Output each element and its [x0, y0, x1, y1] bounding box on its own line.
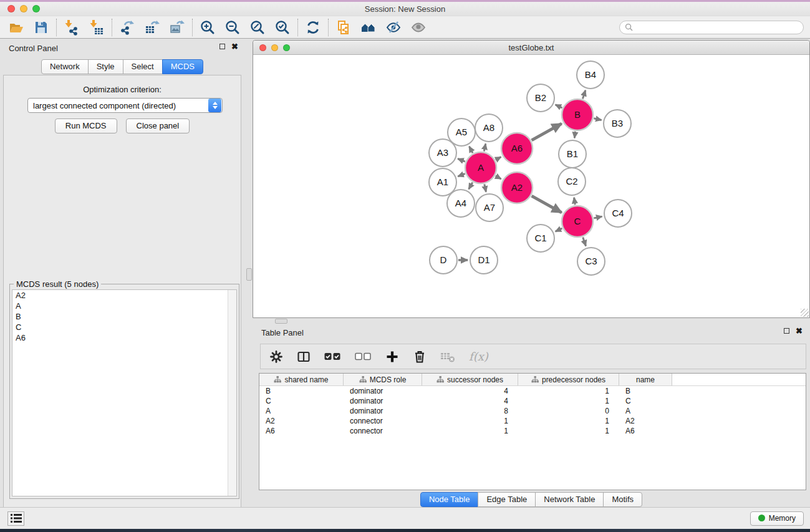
add-column-button[interactable]: [385, 350, 399, 364]
export-network-button[interactable]: [117, 18, 137, 37]
column-header-name[interactable]: name: [619, 374, 672, 385]
table-cell[interactable]: 1: [518, 397, 619, 405]
edge-A-A7[interactable]: [485, 184, 486, 191]
table-cell[interactable]: A: [619, 407, 672, 415]
search-field[interactable]: [619, 21, 804, 34]
criterion-dropdown[interactable]: largest connected component (directed): [27, 98, 223, 113]
table-row[interactable]: Bdominator41B: [259, 386, 806, 396]
table-cell[interactable]: B: [619, 387, 672, 395]
bottom-tab-network-table[interactable]: Network Table: [535, 492, 604, 507]
table-cell[interactable]: 0: [518, 407, 619, 415]
edge-A-A4[interactable]: [469, 183, 473, 190]
table-cell[interactable]: C: [259, 397, 344, 405]
close-panel-icon[interactable]: ✖: [796, 328, 803, 334]
task-history-button[interactable]: [7, 511, 24, 526]
edge-B-B1[interactable]: [574, 132, 575, 138]
edge-B-B3[interactable]: [594, 118, 601, 120]
table-cell[interactable]: connector: [344, 417, 422, 425]
mcds-result-item[interactable]: A6: [12, 332, 236, 343]
import-network-button[interactable]: [62, 18, 82, 37]
table-cell[interactable]: 1: [422, 427, 518, 435]
edge-A6-B[interactable]: [532, 123, 562, 140]
column-header-predecessor-nodes[interactable]: predecessor nodes: [518, 374, 619, 385]
cp-tab-select[interactable]: Select: [123, 59, 163, 74]
apply-layout-button[interactable]: [303, 18, 323, 37]
table-cell[interactable]: A2: [259, 417, 344, 425]
table-cell[interactable]: 1: [518, 427, 619, 435]
zoom-selected-button[interactable]: [272, 18, 292, 37]
edge-A-A5[interactable]: [469, 147, 473, 153]
mcds-result-item[interactable]: A2: [12, 290, 236, 301]
zoom-out-button[interactable]: [223, 18, 243, 37]
table-cell[interactable]: A6: [619, 427, 672, 435]
table-cell[interactable]: A6: [259, 427, 344, 435]
cp-tab-network[interactable]: Network: [41, 59, 89, 74]
horizontal-splitter-handle[interactable]: [275, 319, 287, 324]
edge-A-A6[interactable]: [496, 157, 501, 160]
edge-A-A2[interactable]: [496, 176, 501, 179]
edge-B-B2[interactable]: [556, 105, 562, 108]
table-cell[interactable]: 1: [518, 387, 619, 395]
vertical-splitter-handle[interactable]: [246, 268, 252, 281]
open-file-button[interactable]: [6, 18, 26, 37]
function-builder-button[interactable]: f(x): [469, 350, 488, 363]
hide-selected-button[interactable]: [383, 18, 403, 37]
mcds-result-list[interactable]: A2ABCA6: [12, 289, 237, 496]
edge-C-C1[interactable]: [556, 228, 562, 231]
bottom-tab-motifs[interactable]: Motifs: [603, 492, 642, 507]
float-panel-icon[interactable]: [219, 44, 225, 49]
table-cell[interactable]: A2: [619, 417, 672, 425]
table-cell[interactable]: 4: [422, 387, 518, 395]
edge-A-A3[interactable]: [458, 159, 465, 162]
window-resize-grip[interactable]: [801, 309, 809, 317]
search-input[interactable]: [636, 23, 798, 32]
table-settings-button[interactable]: [269, 350, 283, 364]
new-network-from-selection-button[interactable]: [334, 18, 354, 37]
edge-C-C2[interactable]: [574, 198, 576, 205]
mcds-result-item[interactable]: C: [12, 322, 236, 332]
select-all-columns-button[interactable]: [324, 352, 341, 360]
table-cell[interactable]: dominator: [344, 387, 422, 395]
edge-A-A1[interactable]: [458, 174, 465, 177]
export-table-button[interactable]: [142, 18, 162, 37]
table-cell[interactable]: connector: [344, 427, 422, 435]
delete-column-button[interactable]: [413, 350, 427, 364]
table-cell[interactable]: 1: [518, 417, 619, 425]
table-cell[interactable]: A: [259, 407, 344, 415]
delete-table-button[interactable]: [440, 351, 455, 363]
import-table-button[interactable]: [87, 18, 107, 37]
edge-A-A8[interactable]: [484, 143, 485, 151]
column-header-successor-nodes[interactable]: successor nodes: [422, 374, 518, 385]
deselect-all-columns-button[interactable]: [355, 352, 372, 360]
export-image-button[interactable]: [167, 18, 187, 37]
table-cell[interactable]: 1: [422, 417, 518, 425]
table-row[interactable]: Cdominator41C: [259, 396, 806, 406]
table-cell[interactable]: 4: [422, 397, 518, 405]
close-panel-icon[interactable]: ✖: [231, 44, 238, 49]
table-cell[interactable]: dominator: [344, 407, 422, 415]
table-cell[interactable]: B: [259, 387, 344, 395]
table-cell[interactable]: 8: [422, 407, 518, 415]
memory-button[interactable]: Memory: [750, 511, 804, 526]
close-panel-button[interactable]: Close panel: [126, 118, 190, 133]
column-header-shared-name[interactable]: shared name: [259, 374, 344, 385]
edge-A2-C[interactable]: [532, 196, 562, 213]
mcds-result-item[interactable]: B: [12, 311, 236, 322]
cp-tab-style[interactable]: Style: [88, 59, 123, 74]
run-mcds-button[interactable]: Run MCDS: [55, 118, 117, 133]
save-session-button[interactable]: [31, 18, 51, 37]
column-header-MCDS-role[interactable]: MCDS role: [344, 374, 422, 385]
show-graphics-details-button[interactable]: [408, 18, 428, 37]
edge-B-B4[interactable]: [582, 90, 585, 99]
table-row[interactable]: A2connector11A2: [259, 416, 806, 426]
table-row[interactable]: A6connector11A6: [259, 426, 806, 436]
float-panel-icon[interactable]: [784, 328, 789, 334]
bottom-tab-node-table[interactable]: Node Table: [420, 492, 479, 507]
mcds-result-item[interactable]: A: [12, 301, 236, 311]
network-canvas[interactable]: B4B2BB3B1A6C2A5A8A3AA1A4A7A2CC1C4C3DD1: [253, 55, 809, 317]
zoom-fit-button[interactable]: [248, 18, 268, 37]
edge-C-C4[interactable]: [594, 216, 602, 218]
bottom-tab-edge-table[interactable]: Edge Table: [478, 492, 536, 507]
table-cell[interactable]: dominator: [344, 397, 422, 405]
split-view-button[interactable]: [297, 350, 311, 364]
